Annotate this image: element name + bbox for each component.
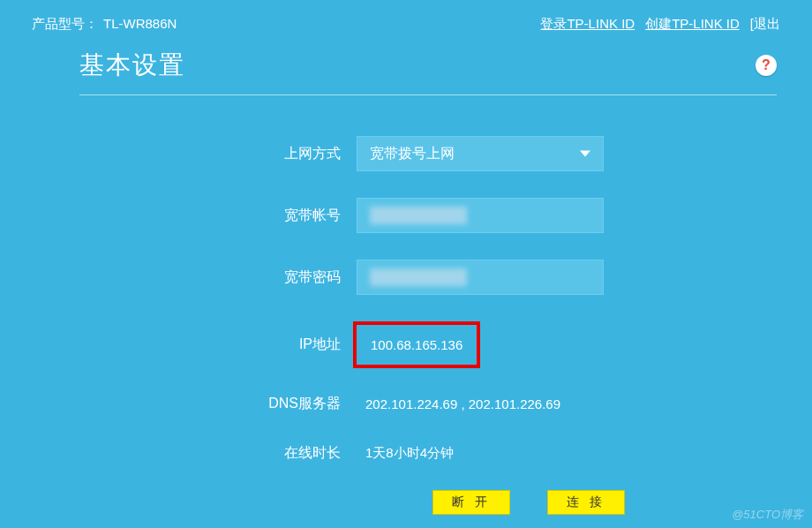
page-title: 基本设置 [79,49,185,82]
password-input[interactable] [357,260,604,295]
conn-type-select[interactable]: 宽带拨号上网 [357,136,604,171]
disconnect-button[interactable]: 断 开 [432,490,510,515]
topbar-links: 登录TP-LINK ID 创建TP-LINK ID [退出 [540,16,780,33]
row-ip: IP地址 100.68.165.136 [79,321,777,368]
connect-button[interactable]: 连 接 [547,490,625,515]
row-account: 宽带帐号 [79,198,777,233]
label-account: 宽带帐号 [79,207,357,225]
chevron-down-icon [580,151,590,157]
model-value: TL-WR886N [103,16,177,33]
dns-value: 202.101.224.69 , 202.101.226.69 [357,391,569,417]
label-password: 宽带密码 [79,268,357,287]
button-row: 断 开 连 接 [432,490,777,515]
row-dns: DNS服务器 202.101.224.69 , 202.101.226.69 [79,391,777,417]
label-dns: DNS服务器 [79,395,357,413]
ip-value: 100.68.165.136 [371,337,462,352]
label-conn-type: 上网方式 [79,145,357,163]
topbar: 产品型号： TL-WR886N 登录TP-LINK ID 创建TP-LINK I… [0,0,812,49]
label-uptime: 在线时长 [79,444,357,463]
conn-type-value: 宽带拨号上网 [370,145,455,163]
title-row: 基本设置 ? [79,49,777,95]
watermark: @51CTO博客 [732,507,803,523]
account-blurred [370,207,467,224]
row-uptime: 在线时长 1天8小时4分钟 [79,440,777,467]
account-input[interactable] [357,198,604,233]
uptime-value: 1天8小时4分钟 [357,440,462,467]
content: 基本设置 ? 上网方式 宽带拨号上网 宽带帐号 宽带密码 IP地址 100.68… [79,49,777,515]
password-blurred [370,268,467,286]
row-password: 宽带密码 [79,260,777,295]
logout-link[interactable]: [退出 [750,16,780,33]
help-icon[interactable]: ? [756,55,777,76]
ip-highlight-box: 100.68.165.136 [353,321,480,368]
login-link[interactable]: 登录TP-LINK ID [540,16,635,33]
model-label: 产品型号： [32,16,98,33]
create-link[interactable]: 创建TP-LINK ID [645,16,740,33]
product-model: 产品型号： TL-WR886N [32,16,177,33]
row-conn-type: 上网方式 宽带拨号上网 [79,136,777,171]
label-ip: IP地址 [79,336,357,354]
